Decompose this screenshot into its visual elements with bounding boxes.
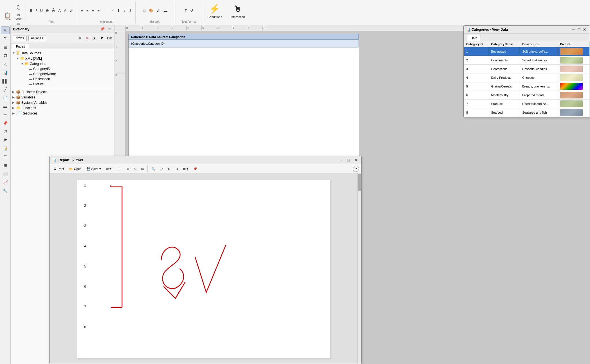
sidebar-text-tool[interactable]: T [1, 35, 10, 43]
table-row[interactable]: 4Dairy ProductsCheeses [464, 73, 590, 82]
rv-pin-button[interactable]: 📌 [191, 166, 199, 172]
report-viewer-scrollbar[interactable] [357, 174, 361, 364]
actions-button[interactable]: Actions ▾ [28, 35, 46, 41]
rv-search-button[interactable]: 🔍 [149, 166, 157, 172]
font-size-medium-button[interactable]: A [57, 8, 62, 14]
new-dropdown-icon[interactable]: ▾ [23, 36, 24, 40]
rv-fit-page-button[interactable]: ⤢ [158, 166, 165, 172]
tree-functions[interactable]: ▶ 📁 Functions [12, 105, 113, 111]
tree-categories[interactable]: ▼ 📂 Categories [12, 61, 113, 66]
rv-minimize-button[interactable]: ─ [338, 157, 343, 163]
rv-zoom-in-button[interactable]: ⊕ [166, 166, 172, 172]
rv-open-button[interactable]: 📂 Open [67, 166, 84, 172]
copy-button[interactable]: ⧉ Copy [14, 12, 24, 21]
tree-xml[interactable]: ▼ 📁 XML [XML] [12, 56, 113, 61]
table-row[interactable]: 3ConfectionsDesserts, candies... [464, 65, 590, 73]
sidebar-gauge-tool[interactable]: ⏱ [1, 128, 10, 136]
rv-close-button[interactable]: ✕ [353, 157, 359, 163]
tree-description[interactable]: ▬ Description [12, 77, 113, 82]
actions-dropdown-icon[interactable]: ▾ [42, 36, 44, 40]
text-format-button[interactable]: T [183, 8, 188, 14]
rv-help-button[interactable]: ? [353, 166, 359, 172]
vd-data-tab[interactable]: Data [467, 35, 481, 41]
font-size-large-button[interactable]: A [51, 7, 57, 14]
sidebar-container-tool[interactable]: ⬜ [1, 170, 10, 178]
rv-maximize-button[interactable]: □ [346, 157, 351, 163]
table-row[interactable]: 2CondimentsSweet and savory... [464, 56, 590, 65]
rv-email-dropdown-icon[interactable]: ▾ [109, 167, 111, 171]
rv-full-page-button[interactable]: ⊞ [117, 166, 123, 172]
border-style-button[interactable]: □ [142, 8, 147, 14]
text-rotate-button[interactable]: ↺ [189, 8, 195, 14]
align-left-button[interactable]: ≡ [79, 8, 84, 14]
edit-button[interactable]: ✏ [77, 35, 83, 41]
rv-save-dropdown-icon[interactable]: ▾ [99, 167, 101, 171]
font-size-small-button[interactable]: A [63, 8, 68, 13]
table-row[interactable]: 5Grains/CerealsBreads, crackers, ... [464, 82, 590, 91]
tree-business-objects[interactable]: ▶ 📦 Business Objects [12, 89, 113, 95]
indent-inc-button[interactable]: → [109, 8, 115, 14]
sidebar-line-tool[interactable]: ╱ [1, 86, 10, 93]
fill-color-button[interactable]: 🖊 [155, 8, 162, 14]
tree-variables[interactable]: ▶ 📦 Variables [12, 95, 113, 100]
sidebar-data-tool[interactable]: 🗃 [1, 111, 10, 119]
sidebar-wrench-tool[interactable]: 🔧 [1, 187, 10, 195]
sidebar-richtext-tool[interactable]: 📝 [1, 145, 10, 152]
tree-picture[interactable]: ▬ Picture [12, 82, 113, 87]
align-right-button[interactable]: ≡ [91, 8, 96, 14]
table-row[interactable]: 1BeveragesSoft drinks, coffe... [464, 47, 590, 56]
interaction-button[interactable]: 🖱 Interaction [226, 1, 249, 21]
sidebar-image-tool[interactable]: 🖼 [1, 52, 10, 60]
rv-print-button[interactable]: 🖨 Print [52, 166, 66, 172]
rv-zoom-out-button[interactable]: ⊖ [174, 166, 180, 172]
sidebar-sub-report-tool[interactable]: 📄 [1, 94, 10, 102]
underline-button[interactable]: U [39, 8, 44, 14]
sidebar-band-tool[interactable]: ▬ [1, 102, 10, 110]
vd-minimize-button[interactable]: ─ [571, 27, 576, 32]
rv-email-button[interactable]: ✉ ▾ [104, 166, 113, 172]
move-up-button[interactable]: ▲ [91, 35, 98, 41]
settings-button[interactable]: ⚙▾ [106, 35, 112, 41]
valign-bot-button[interactable]: ⬇ [127, 8, 133, 14]
sidebar-panel-tool[interactable]: ▦ [1, 161, 10, 169]
bold-button[interactable]: B [28, 8, 34, 14]
new-button[interactable]: New ▾ [13, 35, 27, 41]
italic-button[interactable]: I [34, 8, 38, 14]
sidebar-barcode-tool[interactable]: ▌▌ [1, 77, 10, 85]
dictionary-pin-button[interactable]: 📌 [99, 26, 106, 32]
rv-next-page-button[interactable]: ▷ [132, 166, 138, 172]
tree-resources[interactable]: ▶ 📄 Resources [12, 111, 113, 116]
valign-top-button[interactable]: ⬆ [116, 8, 122, 14]
valign-mid-button[interactable]: ↕ [122, 8, 127, 14]
table-row[interactable]: 7ProduceDried fruit and be... [464, 100, 590, 108]
vd-maximize-button[interactable]: □ [576, 27, 582, 32]
sidebar-list-tool[interactable]: ☰ [1, 153, 10, 161]
indent-dec-button[interactable]: ← [102, 8, 108, 14]
conditions-button[interactable]: ⚡ Conditions [203, 1, 226, 21]
tree-categoryid[interactable]: ▬ CategoryID [12, 66, 113, 71]
databand-header[interactable]: DataBand1: Data Source: Categories [129, 34, 359, 40]
dictionary-close-button[interactable]: ✕ [107, 26, 112, 32]
cut-button[interactable]: ✂ Cut [14, 3, 24, 12]
rv-grid-dropdown[interactable]: ▾ [187, 167, 188, 171]
sidebar-pointer-tool[interactable]: ↖ [1, 26, 10, 34]
tree-categoryname[interactable]: ▬ CategoryName [12, 71, 113, 77]
rv-save-button[interactable]: 💾 Save ▾ [85, 166, 103, 172]
table-row[interactable]: 6Meat/PoultryPrepared meats [464, 91, 590, 100]
report-page-area[interactable]: 1 2 3 4 5 6 7 8 [50, 174, 357, 364]
border-width-button[interactable]: ▬ [162, 8, 169, 14]
sidebar-map-tool[interactable]: 🗺 [1, 136, 10, 144]
paste-button[interactable]: 📋 Paste [2, 12, 12, 22]
table-row[interactable]: 8SeafoodSeaweed and fish [464, 108, 590, 117]
rv-prev-page-button[interactable]: ◁ [124, 166, 131, 172]
strikethrough-button[interactable]: S [45, 8, 50, 14]
tree-system-variables[interactable]: ▶ 📦 System Variables [12, 100, 113, 105]
sidebar-sparkline-tool[interactable]: 📈 [1, 178, 10, 186]
font-color-button[interactable]: 🖌 [68, 8, 75, 14]
sidebar-pin-tool[interactable]: 📌 [1, 119, 10, 127]
sidebar-chart-tool[interactable]: 📊 [1, 69, 10, 77]
rv-scroll-thumb[interactable] [358, 174, 361, 191]
sidebar-shape-tool[interactable]: △ [1, 60, 10, 68]
vd-close-button[interactable]: ✕ [582, 27, 587, 32]
delete-tree-button[interactable]: ✕ [84, 35, 90, 41]
